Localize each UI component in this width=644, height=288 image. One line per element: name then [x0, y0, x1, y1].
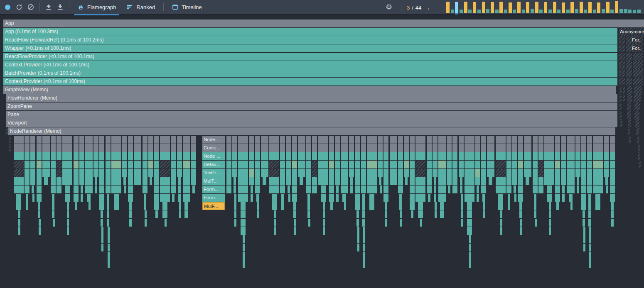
flame-cell[interactable] [369, 194, 374, 202]
flame-cell[interactable] [427, 152, 432, 160]
flame-cell[interactable] [390, 177, 397, 185]
flame-cell[interactable] [306, 177, 311, 185]
flame-cell[interactable] [461, 194, 463, 202]
flame-cell[interactable] [547, 194, 552, 202]
flame-cell[interactable] [307, 194, 310, 202]
flame-cell[interactable] [588, 219, 591, 227]
flame-cell[interactable] [390, 169, 397, 177]
flame-cell[interactable] [341, 177, 348, 185]
flame-cell[interactable] [300, 177, 303, 185]
flame-cell[interactable] [361, 161, 366, 168]
flame-cell[interactable] [415, 144, 425, 152]
flame-cell[interactable] [581, 169, 586, 177]
flame-cell[interactable] [269, 177, 279, 185]
flame-cell[interactable] [434, 194, 436, 202]
flame-cell[interactable] [567, 185, 575, 193]
flame-cell[interactable] [111, 177, 121, 185]
flame-cell[interactable] [292, 144, 297, 152]
flame-cell[interactable] [171, 136, 176, 144]
flame-cell[interactable] [467, 202, 472, 210]
flame-cell[interactable] [128, 161, 133, 168]
flame-cell[interactable] [106, 177, 111, 185]
flame-cell[interactable] [367, 144, 377, 152]
flame-cell[interactable] [496, 136, 506, 144]
flame-cell[interactable] [37, 194, 42, 202]
flame-cell[interactable] [349, 136, 354, 144]
flame-cell[interactable] [129, 219, 132, 227]
flame-cell[interactable] [249, 161, 254, 168]
flame-cell[interactable] [52, 210, 54, 218]
flame-cell[interactable] [191, 152, 196, 160]
flame-cell[interactable] [595, 194, 600, 202]
flame-cell[interactable] [367, 169, 377, 177]
flame-cell[interactable] [107, 194, 109, 202]
flame-cell[interactable] [249, 177, 254, 185]
flame-cell[interactable] [398, 169, 403, 177]
flame-cell[interactable] [14, 177, 24, 185]
flame-cell[interactable] [288, 194, 290, 202]
flame-cell[interactable] [361, 152, 366, 160]
flame-cell[interactable] [14, 136, 24, 144]
flame-cell[interactable] [143, 177, 147, 185]
flame-cell[interactable] [583, 219, 585, 227]
flame-cell[interactable] [134, 152, 141, 160]
flame-cell[interactable] [350, 185, 353, 193]
flame-cell[interactable] [286, 152, 291, 160]
flame-cell[interactable] [465, 177, 474, 185]
flame-cell[interactable] [549, 227, 551, 235]
flame-cell[interactable] [363, 260, 365, 268]
flame-cell[interactable] [610, 144, 615, 152]
flame-cell[interactable] [307, 202, 310, 210]
flame-cell[interactable] [85, 144, 93, 152]
flame-row-viewport[interactable]: Viewport [6, 119, 617, 127]
flame-cell[interactable] [452, 185, 457, 193]
flame-cell[interactable] [508, 194, 510, 202]
flame-cell[interactable] [593, 185, 603, 193]
flame-cell[interactable] [611, 210, 614, 218]
flame-cell[interactable] [512, 152, 517, 160]
flame-row-wrapper-0-1ms-of-100-1ms[interactable]: Wrapper (<0.1ms of 100.1ms) [3, 44, 617, 52]
flame-cell[interactable] [418, 210, 423, 218]
flame-cell[interactable] [30, 152, 35, 160]
flame-cell[interactable] [544, 144, 554, 152]
flame-cell[interactable] [581, 144, 586, 152]
flame-cell[interactable] [355, 152, 360, 160]
flame-cell[interactable] [390, 144, 397, 152]
flame-cell[interactable] [101, 244, 103, 251]
flame-cell-node[interactable]: Node... [202, 136, 225, 144]
flame-cell[interactable] [434, 185, 436, 193]
flame-cell[interactable] [482, 194, 485, 202]
flame-cell[interactable] [30, 177, 35, 185]
flame-cell[interactable] [52, 202, 54, 210]
flame-cell[interactable] [496, 144, 506, 152]
flame-row-zoompane[interactable]: ZoomPane [6, 103, 617, 110]
flame-row-pane[interactable]: Pane [6, 111, 617, 119]
flame-cell[interactable] [280, 185, 285, 193]
flame-cell[interactable] [534, 194, 536, 202]
flame-cell[interactable] [344, 202, 346, 210]
flame-cell[interactable] [477, 194, 479, 202]
flame-cell[interactable] [555, 136, 560, 144]
flame-cell[interactable] [294, 227, 296, 235]
flame-cell[interactable] [93, 169, 98, 177]
flame-cell[interactable] [498, 194, 503, 202]
flame-cell[interactable] [122, 136, 127, 144]
flame-cell[interactable] [160, 194, 170, 202]
flame-cell[interactable] [415, 152, 425, 160]
flame-cell[interactable] [459, 169, 464, 177]
flame-cell[interactable] [524, 136, 531, 144]
flame-cell[interactable] [281, 194, 284, 202]
flame-cell[interactable] [306, 169, 311, 177]
flame-cell[interactable] [367, 177, 377, 185]
flame-cell[interactable] [549, 219, 551, 227]
flame-cell[interactable] [85, 152, 93, 160]
flame-cell[interactable] [587, 136, 592, 144]
flame-cell[interactable] [329, 136, 334, 144]
flame-cell[interactable] [122, 152, 127, 160]
flame-cell[interactable] [357, 235, 359, 243]
flame-cell[interactable] [286, 169, 291, 177]
flame-cell[interactable] [106, 152, 111, 160]
flame-cell[interactable] [341, 161, 348, 168]
flame-cell[interactable] [269, 185, 279, 193]
flame-cell[interactable] [238, 194, 248, 202]
